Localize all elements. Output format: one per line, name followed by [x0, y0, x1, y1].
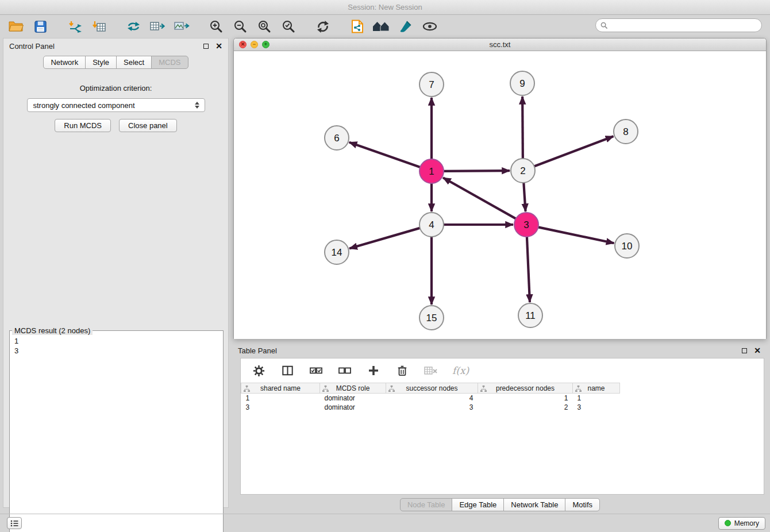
zoom-selected-icon[interactable]	[278, 18, 299, 35]
network-view-window: scc.txt ✕ − + 7968124314101511	[233, 38, 767, 339]
table-cell[interactable]: dominator	[320, 403, 386, 412]
save-session-icon[interactable]	[30, 18, 51, 35]
window-close-icon[interactable]: ✕	[239, 41, 247, 48]
close-table-panel-icon[interactable]: ✕	[754, 346, 761, 354]
deselect-all-icon[interactable]	[337, 363, 352, 378]
node-label-1: 1	[429, 166, 434, 177]
eye-icon[interactable]	[419, 18, 440, 35]
table-panel-tabs: Node Table Edge Table Network Table Moti…	[400, 498, 600, 511]
mcds-result-item[interactable]: 1	[14, 336, 218, 346]
function-builder-icon[interactable]: f(x)	[452, 365, 469, 376]
table-cell[interactable]: 4	[386, 394, 478, 403]
table-cell-blank	[620, 394, 764, 403]
table-cell[interactable]: 1	[573, 394, 620, 403]
control-panel-tabs: Network Style Select MCDS	[43, 56, 188, 69]
tab-network[interactable]: Network	[43, 56, 86, 69]
column-tree-icon	[244, 385, 250, 394]
add-column-icon[interactable]	[366, 363, 381, 378]
table-cell[interactable]: 3	[573, 403, 620, 412]
network-window-titlebar[interactable]: scc.txt ✕ − +	[234, 38, 766, 51]
edge-2-8[interactable]	[534, 136, 614, 166]
network-file-icon[interactable]	[347, 18, 368, 35]
edge-2-3[interactable]	[523, 183, 525, 211]
open-file-icon[interactable]	[6, 18, 26, 35]
column-header-predecessor-nodes[interactable]: predecessor nodes	[478, 383, 573, 394]
gear-icon[interactable]	[251, 363, 266, 378]
new-network-icon[interactable]	[123, 18, 144, 35]
table-cell[interactable]: 2	[478, 403, 573, 412]
mcds-result-item[interactable]: 3	[14, 346, 218, 356]
column-header-name[interactable]: name	[573, 383, 620, 394]
export-table-icon[interactable]	[147, 18, 168, 35]
tab-mcds[interactable]: MCDS	[151, 56, 188, 69]
control-panel-title: Control Panel	[9, 42, 203, 51]
home-icon[interactable]	[371, 18, 392, 35]
table-cell[interactable]: 3	[386, 403, 478, 412]
search-input[interactable]	[611, 20, 761, 31]
network-canvas[interactable]: 7968124314101511	[234, 51, 766, 339]
node-label-6: 6	[334, 133, 339, 144]
edge-3-10[interactable]	[538, 227, 614, 243]
search-box[interactable]	[595, 18, 762, 32]
memory-button[interactable]: Memory	[718, 517, 765, 530]
edge-2-9[interactable]	[522, 97, 523, 159]
column-header-mcds-role[interactable]: MCDS role	[320, 383, 386, 394]
node-label-10: 10	[622, 241, 633, 252]
window-zoom-icon[interactable]: +	[262, 41, 270, 48]
edge-3-11[interactable]	[527, 237, 530, 302]
table-cell[interactable]: 1	[478, 394, 573, 403]
table-header-row: shared name MCDS role successor nodes pr…	[241, 383, 764, 394]
table-toolbar: f(x)	[241, 358, 764, 383]
edge-4-14[interactable]	[349, 228, 420, 249]
network-window-title: scc.txt	[234, 40, 766, 49]
tab-network-table[interactable]: Network Table	[503, 498, 565, 511]
node-label-2: 2	[520, 165, 525, 176]
delete-table-icon[interactable]	[424, 363, 438, 378]
tab-select[interactable]: Select	[116, 56, 152, 69]
select-all-icon[interactable]	[309, 363, 324, 378]
column-tree-icon	[322, 385, 329, 394]
export-image-icon[interactable]	[171, 18, 192, 35]
table-panel-title: Table Panel	[238, 346, 742, 355]
edge-3-1[interactable]	[443, 178, 516, 218]
run-mcds-button[interactable]: Run MCDS	[55, 119, 111, 132]
import-network-icon[interactable]	[64, 18, 85, 35]
optimization-criterion-select[interactable]: strongly connected component	[27, 98, 205, 112]
close-panel-icon[interactable]: ✕	[215, 42, 222, 50]
show-panels-button[interactable]	[7, 517, 22, 529]
close-panel-button[interactable]: Close panel	[119, 119, 177, 132]
tab-edge-table[interactable]: Edge Table	[452, 498, 504, 511]
table-row[interactable]: 3dominator323	[241, 403, 764, 412]
chevron-updown-icon	[192, 102, 202, 109]
zoom-out-icon[interactable]	[230, 18, 251, 35]
delete-column-icon[interactable]	[395, 363, 410, 378]
table-row[interactable]: 1dominator411	[241, 394, 764, 403]
zoom-fit-icon[interactable]	[254, 18, 275, 35]
optimization-criterion-label: Optimization criterion:	[3, 84, 228, 92]
node-table-container: f(x) shared name MCDS role	[240, 358, 764, 495]
mcds-result-title: MCDS result (2 nodes)	[12, 326, 93, 335]
tab-motifs[interactable]: Motifs	[565, 498, 600, 511]
refresh-icon[interactable]	[313, 18, 333, 35]
zoom-in-icon[interactable]	[206, 18, 226, 35]
window-minimize-icon[interactable]: −	[251, 41, 258, 48]
style-brush-icon[interactable]	[395, 18, 416, 35]
edge-1-6[interactable]	[349, 142, 420, 167]
column-header-shared-name[interactable]: shared name	[241, 383, 320, 394]
main-toolbar	[0, 16, 770, 37]
import-table-icon[interactable]	[88, 18, 109, 35]
window-titlebar[interactable]: Session: New Session	[0, 0, 770, 15]
table-cell[interactable]: dominator	[320, 394, 386, 403]
float-panel-icon[interactable]	[203, 44, 209, 49]
column-header-successor-nodes[interactable]: successor nodes	[386, 383, 478, 394]
float-table-panel-icon[interactable]	[742, 348, 747, 353]
tab-style[interactable]: Style	[85, 56, 117, 69]
memory-status-icon	[725, 520, 731, 526]
table-cell[interactable]: 1	[241, 394, 320, 403]
show-columns-icon[interactable]	[280, 363, 295, 378]
table-cell[interactable]: 3	[241, 403, 320, 412]
column-tree-icon	[480, 385, 487, 394]
memory-label: Memory	[734, 519, 759, 527]
tab-node-table[interactable]: Node Table	[400, 498, 453, 511]
edge-1-2[interactable]	[444, 171, 510, 171]
